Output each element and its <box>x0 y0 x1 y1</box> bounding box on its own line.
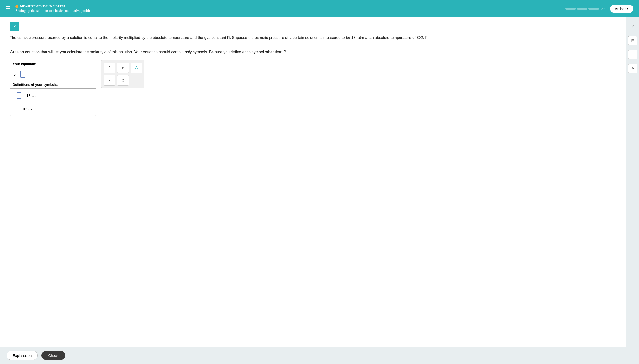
topic-dot <box>16 5 18 8</box>
equals-sign: = <box>17 72 19 76</box>
right-sidebar: ? ⊞ ⌇ Ar <box>626 17 639 347</box>
header: ☰ MEASUREMENT AND MATTER Setting up the … <box>0 0 639 17</box>
progress-count: 0/3 <box>601 7 605 10</box>
progress-segments <box>565 8 599 10</box>
equation-container: Your equation: c = Definitions of your s… <box>10 60 617 116</box>
delta-button[interactable]: Δ <box>131 62 142 73</box>
definitions-header: Definitions of your symbols: <box>10 81 96 89</box>
periodic-table-icon[interactable]: Ar <box>628 64 637 73</box>
check-button[interactable]: Check <box>41 351 65 360</box>
main-content: ✓ The osmotic pressure exerted by a solu… <box>0 17 639 347</box>
header-title-block: MEASUREMENT AND MATTER Setting up the so… <box>16 4 93 13</box>
user-menu-button[interactable]: Amber ▾ <box>610 5 633 13</box>
definition-row-2[interactable]: = 302. K <box>10 102 96 116</box>
epsilon-symbol: ε <box>122 65 124 71</box>
definition-input-2[interactable] <box>17 106 22 112</box>
progress-segment-2 <box>577 8 587 10</box>
content-area: ✓ The osmotic pressure exerted by a solu… <box>0 17 626 347</box>
chevron-down-icon: ▾ <box>627 7 628 10</box>
equation-box: Your equation: c = Definitions of your s… <box>10 60 96 116</box>
equation-box-header: Your equation: <box>10 60 96 68</box>
header-subtitle: Setting up the solution to a basic quant… <box>16 9 93 13</box>
variable-c: c <box>14 72 16 76</box>
problem-paragraph1: The osmotic pressure exerted by a soluti… <box>10 34 617 41</box>
definition-input-1[interactable] <box>17 92 22 99</box>
delta-symbol: Δ <box>135 65 138 71</box>
header-topic: MEASUREMENT AND MATTER <box>16 4 93 8</box>
problem-paragraph2: Write an equation that will let you calc… <box>10 49 617 55</box>
footer: Explanation Check <box>0 347 639 364</box>
close-button[interactable]: × <box>104 75 115 86</box>
equation-input-row[interactable]: c = <box>10 68 96 81</box>
help-icon[interactable]: ? <box>628 22 637 31</box>
progress-bar-container: 0/3 <box>565 7 605 10</box>
epsilon-button[interactable]: ε <box>117 62 129 73</box>
definition-value-1: = 18. atm <box>23 94 39 98</box>
chart-icon[interactable]: ⌇ <box>628 50 637 59</box>
undo-button[interactable]: ↺ <box>117 75 129 86</box>
menu-icon[interactable]: ☰ <box>6 6 11 12</box>
close-symbol: × <box>108 78 111 83</box>
header-right: 0/3 Amber ▾ <box>565 5 633 13</box>
collapse-button[interactable]: ✓ <box>10 22 19 31</box>
calculator-icon[interactable]: ⊞ <box>628 36 637 45</box>
user-name: Amber <box>615 7 625 11</box>
chevron-down-icon: ✓ <box>13 24 16 29</box>
equation-input-field[interactable] <box>21 71 25 78</box>
undo-symbol: ↺ <box>121 78 125 83</box>
definition-row-1[interactable]: = 18. atm <box>10 89 96 102</box>
explanation-button[interactable]: Explanation <box>7 351 38 360</box>
progress-segment-1 <box>565 8 576 10</box>
progress-segment-3 <box>588 8 599 10</box>
fraction-button[interactable]: a b <box>104 62 115 73</box>
definition-value-2: = 302. K <box>23 107 37 111</box>
topic-label: MEASUREMENT AND MATTER <box>20 4 66 8</box>
symbol-toolbar: a b ε Δ × ↺ <box>101 60 144 88</box>
